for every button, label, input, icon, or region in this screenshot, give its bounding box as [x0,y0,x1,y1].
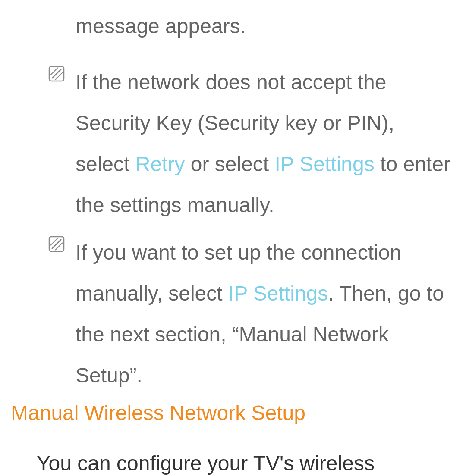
svg-line-5 [52,239,61,249]
note-icon [48,65,65,82]
body-text: You can configure your TV's wireless [37,451,449,476]
note-item-2: If you want to set up the connection man… [76,232,453,396]
retry-link: Retry [135,153,185,175]
ip-settings-link: IP Settings [275,153,375,175]
note-icon [48,235,65,253]
section-heading: Manual Wireless Network Setup [11,401,305,425]
ip-settings-link: IP Settings [228,282,328,305]
partial-line: message appears. [76,14,246,38]
manual-page: message appears. If the network does not… [0,0,466,476]
note-item-1: If the network does not accept the Secur… [76,62,453,225]
svg-line-1 [52,69,61,78]
note-text: or select [185,153,274,175]
